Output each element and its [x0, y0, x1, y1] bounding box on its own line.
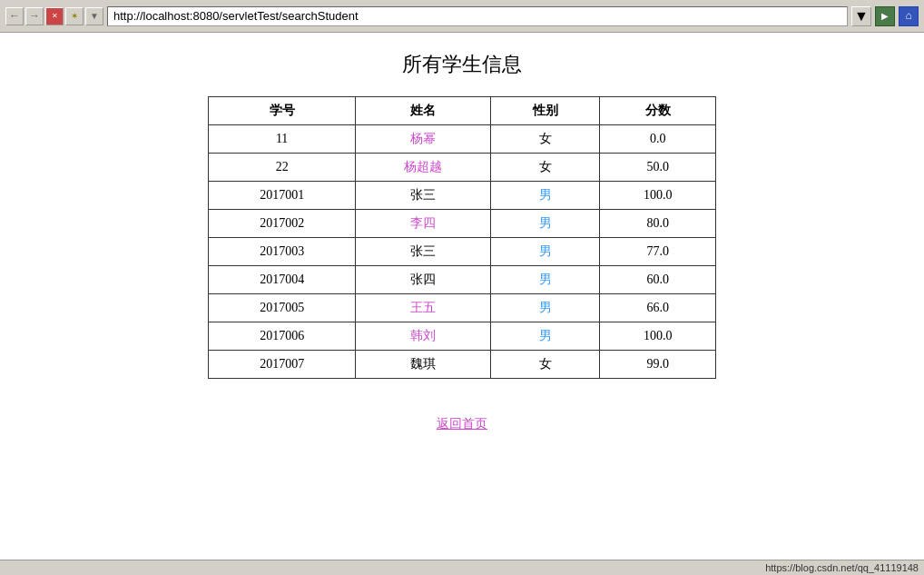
back-link-container: 返回首页: [437, 415, 487, 432]
cell-name: 张四: [356, 266, 490, 294]
cell-id: 2017002: [209, 210, 356, 238]
table-row: 2017003张三男77.0: [209, 238, 716, 266]
table-body: 11杨幂女0.022杨超越女50.02017001张三男100.02017002…: [209, 125, 716, 379]
cell-id: 2017006: [209, 322, 356, 351]
cell-score: 100.0: [600, 322, 716, 351]
nav-buttons: ← → ✕ ✶ ▼: [5, 7, 103, 25]
cell-id: 2017004: [209, 266, 356, 294]
cell-id: 11: [209, 125, 356, 154]
cell-gender: 男: [490, 294, 600, 322]
address-bar-container: ▼: [107, 6, 871, 26]
cell-score: 77.0: [600, 238, 716, 266]
address-bar[interactable]: [107, 6, 848, 26]
back-home-link[interactable]: 返回首页: [437, 417, 487, 431]
browser-chrome: ← → ✕ ✶ ▼ ▼ ▶ ⌂: [0, 0, 924, 33]
col-header-name: 姓名: [356, 97, 490, 125]
cell-score: 50.0: [600, 154, 716, 182]
cell-name: 王五: [356, 294, 490, 322]
table-row: 11杨幂女0.0: [209, 125, 716, 154]
refresh-button[interactable]: ✶: [65, 7, 84, 25]
cell-score: 66.0: [600, 294, 716, 322]
cell-gender: 男: [490, 182, 600, 210]
status-text: https://blog.csdn.net/qq_41119148: [765, 562, 919, 573]
cell-score: 100.0: [600, 182, 716, 210]
forward-button[interactable]: →: [25, 7, 44, 25]
col-header-score: 分数: [600, 97, 716, 125]
back-button[interactable]: ←: [5, 7, 24, 25]
cell-name: 魏琪: [356, 351, 490, 379]
table-row: 2017002李四男80.0: [209, 210, 716, 238]
cell-id: 2017007: [209, 351, 356, 379]
cell-id: 2017001: [209, 182, 356, 210]
cell-gender: 男: [490, 238, 600, 266]
home-button[interactable]: ⌂: [899, 6, 919, 26]
cell-score: 60.0: [600, 266, 716, 294]
student-table: 学号 姓名 性别 分数 11杨幂女0.022杨超越女50.02017001张三男…: [208, 96, 716, 379]
table-row: 2017006韩刘男100.0: [209, 322, 716, 351]
cell-gender: 男: [490, 210, 600, 238]
stop-button[interactable]: ✕: [45, 7, 64, 25]
cell-score: 0.0: [600, 125, 716, 154]
dropdown-button[interactable]: ▼: [85, 7, 103, 25]
cell-name: 韩刘: [356, 322, 490, 351]
table-row: 2017007魏琪女99.0: [209, 351, 716, 379]
table-row: 2017004张四男60.0: [209, 266, 716, 294]
cell-name: 张三: [356, 182, 490, 210]
status-bar: https://blog.csdn.net/qq_41119148: [0, 560, 924, 575]
cell-gender: 女: [490, 351, 600, 379]
go-button[interactable]: ▶: [875, 6, 895, 26]
table-row: 2017005王五男66.0: [209, 294, 716, 322]
page-title: 所有学生信息: [402, 51, 522, 78]
cell-id: 22: [209, 154, 356, 182]
table-row: 22杨超越女50.0: [209, 154, 716, 182]
cell-gender: 男: [490, 266, 600, 294]
cell-id: 2017003: [209, 238, 356, 266]
cell-name: 李四: [356, 210, 490, 238]
table-header-row: 学号 姓名 性别 分数: [209, 97, 716, 125]
cell-name: 张三: [356, 238, 490, 266]
address-dropdown-button[interactable]: ▼: [851, 6, 871, 26]
cell-name: 杨幂: [356, 125, 490, 154]
cell-gender: 女: [490, 125, 600, 154]
cell-gender: 男: [490, 322, 600, 351]
col-header-id: 学号: [209, 97, 356, 125]
table-row: 2017001张三男100.0: [209, 182, 716, 210]
page-content: 所有学生信息 学号 姓名 性别 分数 11杨幂女0.022杨超越女50.0201…: [0, 33, 924, 560]
cell-id: 2017005: [209, 294, 356, 322]
cell-score: 99.0: [600, 351, 716, 379]
cell-gender: 女: [490, 154, 600, 182]
cell-name: 杨超越: [356, 154, 490, 182]
col-header-gender: 性别: [490, 97, 600, 125]
cell-score: 80.0: [600, 210, 716, 238]
